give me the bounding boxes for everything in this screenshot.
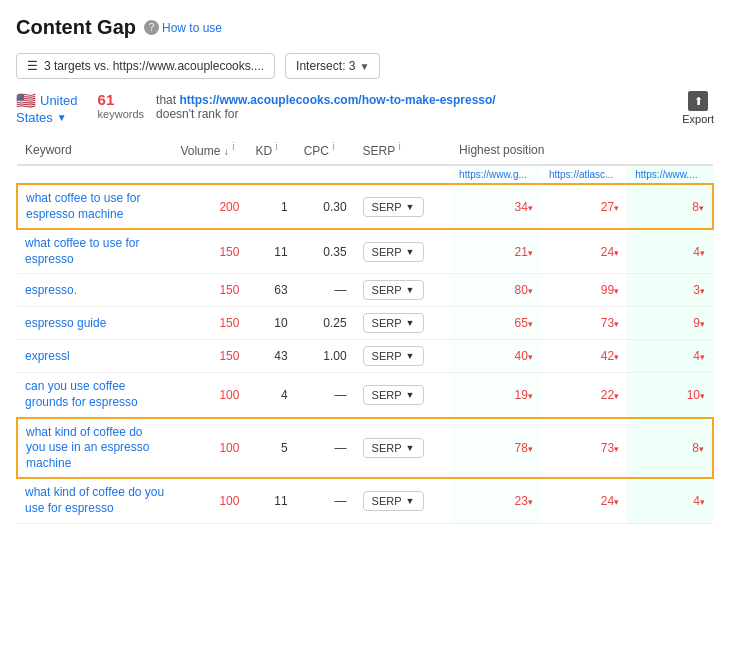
- pos1-value: 19: [515, 388, 528, 402]
- country-button[interactable]: 🇺🇸 United: [16, 91, 78, 110]
- cpc-cell: —: [296, 478, 355, 523]
- th-kd: KD i: [247, 135, 295, 165]
- kd-cell: 11: [247, 229, 295, 274]
- kd-value: 11: [274, 245, 287, 259]
- intersect-button[interactable]: Intersect: 3 ▼: [285, 53, 380, 79]
- keyword-link[interactable]: what kind of coffee do you use for espre…: [25, 485, 164, 516]
- pos3-arrow: ▾: [699, 444, 704, 454]
- serp-cell: SERP ▼: [355, 373, 451, 418]
- keywords-label: keywords: [98, 108, 144, 120]
- cpc-cell: —: [296, 373, 355, 418]
- serp-button[interactable]: SERP ▼: [363, 438, 424, 458]
- serp-button[interactable]: SERP ▼: [363, 242, 424, 262]
- kd-value: 10: [274, 316, 287, 330]
- pos1-cell: 65▾: [451, 307, 541, 340]
- cpc-cell: 0.25: [296, 307, 355, 340]
- pos3-arrow: ▾: [700, 286, 705, 296]
- keyword-link[interactable]: what kind of coffee do you use in an esp…: [26, 425, 164, 472]
- serp-dropdown-icon: ▼: [406, 318, 415, 328]
- cpc-value: —: [335, 388, 347, 402]
- table-row: what kind of coffee do you use in an esp…: [17, 418, 713, 479]
- keyword-cell: espresso guide: [17, 307, 172, 340]
- serp-info-icon: i: [398, 141, 400, 152]
- how-to-use-link[interactable]: ? How to use: [144, 20, 222, 35]
- pos3-cell: 9▾: [627, 307, 713, 340]
- info-url: https://www.acouplecooks.com/how-to-make…: [179, 93, 495, 107]
- th-url3: https://www....: [627, 165, 713, 184]
- pos1-cell: 34▾: [451, 184, 541, 229]
- table-row: what coffee to use for espresso 150 11 0…: [17, 229, 713, 274]
- cpc-value: —: [335, 441, 347, 455]
- country-filter: 🇺🇸 United States ▼: [16, 91, 78, 125]
- pos3-value: 3: [693, 283, 700, 297]
- volume-cell: 150: [172, 340, 247, 373]
- keyword-link[interactable]: can you use coffee grounds for espresso: [25, 379, 164, 410]
- pos1-arrow: ▾: [528, 286, 533, 296]
- pos2-value: 27: [601, 200, 614, 214]
- volume-value: 150: [219, 316, 239, 330]
- table-row: what coffee to use for espresso machine …: [17, 184, 713, 229]
- pos2-cell: 73▾: [541, 418, 627, 479]
- serp-dropdown-icon: ▼: [406, 351, 415, 361]
- pos1-value: 78: [515, 441, 528, 455]
- th-url2: https://atlasc...: [541, 165, 627, 184]
- table-row: can you use coffee grounds for espresso …: [17, 373, 713, 418]
- volume-cell: 100: [172, 478, 247, 523]
- sort-icon: ↓: [224, 146, 229, 157]
- serp-cell: SERP ▼: [355, 340, 451, 373]
- pos2-cell: 22▾: [541, 373, 627, 418]
- keyword-link[interactable]: espresso.: [25, 283, 164, 299]
- pos3-cell: 10▾: [627, 373, 713, 418]
- pos3-value: 4: [693, 494, 700, 508]
- keyword-link[interactable]: what coffee to use for espresso machine: [26, 191, 164, 222]
- pos3-arrow: ▾: [699, 203, 704, 213]
- pos1-arrow: ▾: [528, 497, 533, 507]
- keyword-link[interactable]: what coffee to use for espresso: [25, 236, 164, 267]
- cpc-value: 0.25: [323, 316, 346, 330]
- serp-button[interactable]: SERP ▼: [363, 385, 424, 405]
- pos3-cell: 4▾: [627, 340, 713, 373]
- th-url1: https://www.g...: [451, 165, 541, 184]
- pos1-arrow: ▾: [528, 352, 533, 362]
- kd-info-icon: i: [275, 141, 277, 152]
- pos1-value: 65: [515, 316, 528, 330]
- cpc-cell: —: [296, 418, 355, 479]
- pos1-value: 23: [515, 494, 528, 508]
- keyword-cell: what coffee to use for espresso machine: [17, 184, 172, 229]
- export-button[interactable]: ⬆ Export: [682, 91, 714, 125]
- cpc-value: 0.30: [323, 200, 346, 214]
- country-line2: States: [16, 110, 53, 125]
- serp-dropdown-icon: ▼: [406, 247, 415, 257]
- pos1-cell: 78▾: [451, 418, 541, 479]
- pos1-value: 40: [515, 349, 528, 363]
- serp-label: SERP: [372, 350, 402, 362]
- pos3-value: 8: [692, 200, 699, 214]
- pos2-cell: 24▾: [541, 478, 627, 523]
- volume-cell: 150: [172, 274, 247, 307]
- pos3-value: 4: [693, 349, 700, 363]
- pos2-value: 99: [601, 283, 614, 297]
- pos3-value: 9: [693, 316, 700, 330]
- serp-button[interactable]: SERP ▼: [363, 280, 424, 300]
- keyword-cell: espresso.: [17, 274, 172, 307]
- serp-button[interactable]: SERP ▼: [363, 346, 424, 366]
- serp-button[interactable]: SERP ▼: [363, 313, 424, 333]
- keywords-count: 61 keywords: [98, 91, 144, 120]
- volume-info-icon: i: [232, 141, 234, 152]
- pos2-arrow: ▾: [614, 203, 619, 213]
- serp-button[interactable]: SERP ▼: [363, 491, 424, 511]
- pos2-arrow: ▾: [614, 286, 619, 296]
- pos1-arrow: ▾: [528, 391, 533, 401]
- serp-dropdown-icon: ▼: [406, 496, 415, 506]
- info-prefix: that: [156, 93, 179, 107]
- pos2-arrow: ▾: [614, 319, 619, 329]
- keyword-link[interactable]: expressl: [25, 349, 164, 365]
- targets-button[interactable]: ☰ 3 targets vs. https://www.acouplecooks…: [16, 53, 275, 79]
- serp-cell: SERP ▼: [355, 478, 451, 523]
- cpc-value: 1.00: [323, 349, 346, 363]
- cpc-info-icon: i: [332, 141, 334, 152]
- serp-dropdown-icon: ▼: [406, 443, 415, 453]
- keyword-link[interactable]: espresso guide: [25, 316, 164, 332]
- serp-button[interactable]: SERP ▼: [363, 197, 424, 217]
- pos2-value: 42: [601, 349, 614, 363]
